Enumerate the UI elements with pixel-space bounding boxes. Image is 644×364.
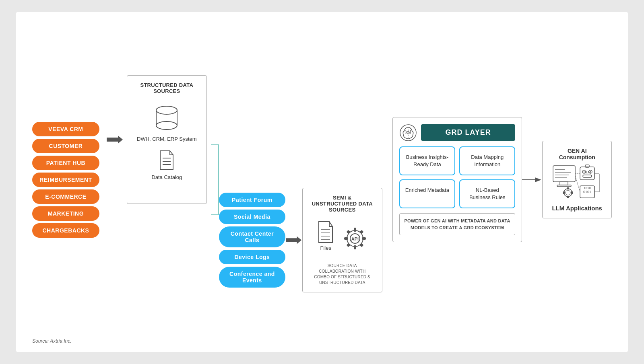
svg-rect-18 [354,228,356,232]
blue-pill-stack: Patient Forum Social Media Contact Cente… [219,193,285,288]
svg-line-6 [170,151,173,155]
svg-rect-25 [360,243,364,247]
pill-social-media: Social Media [219,210,285,224]
pill-ecommerce: E-COMMERCE [32,189,99,204]
svg-point-1 [156,106,177,114]
svg-marker-10 [286,236,301,244]
svg-rect-22 [347,230,351,234]
svg-rect-2 [156,110,177,125]
structured-datasource-box: STRUCTURED DATA SOURCES DWH, CRM, ERP Sy… [127,75,207,204]
genai-label: LLM Applications [552,205,602,212]
pill-contact-center: Contact Center Calls [219,226,285,247]
unstructured-note: SOURCE DATA COLLABORATION WITH COMBO OF … [311,263,374,286]
files-icon-group: Files [317,221,334,251]
teal-bracket [207,55,219,304]
svg-point-53 [564,189,572,197]
grd-cell-1: Data Mapping Information [459,146,515,175]
grd-footer: POWER OF GEN AI WITH METADATA AND DATA M… [399,213,516,235]
svg-rect-32 [553,166,575,182]
genai-title: GEN AI Consumption [549,148,605,160]
pill-marketing: MARKETING [32,206,99,221]
svg-rect-55 [567,187,569,189]
svg-rect-20 [344,237,348,240]
grd-header: GRD LAYER [399,124,516,142]
grd-grid: Business Insights-Ready Data Data Mappin… [399,146,516,209]
svg-point-54 [566,190,570,195]
catalog-label: Data Catalog [151,174,182,180]
svg-rect-56 [567,196,569,198]
unstructured-title: SEMI & UNSTRUCTURED DATA SOURCES [311,195,374,213]
grd-title: GRD LAYER [421,124,516,141]
grd-cell-3: NL-Based Business Rules [459,179,515,208]
bottom-area: Patient Forum Social Media Contact Cente… [219,72,285,288]
svg-marker-31 [535,177,541,182]
svg-rect-42 [583,175,592,177]
pill-chargebacks: CHARGEBACKS [32,223,99,238]
grd-box: GRD LAYER Business Insights-Ready Data D… [392,117,522,243]
structured-title: STRUCTURED DATA SOURCES [135,82,198,94]
pill-conference: Conference and Events [219,267,285,288]
svg-rect-57 [563,191,565,194]
svg-text:1010: 1010 [584,186,591,190]
svg-text:LLM: LLM [583,170,591,174]
pill-veeva: VEEVA CRM [32,122,99,136]
svg-rect-58 [571,191,573,194]
api-icon-group: API [343,226,367,251]
orange-pill-stack: VEEVA CRM CUSTOMER PATIENT HUB REIMBURSE… [32,122,99,238]
svg-rect-19 [354,245,356,249]
brain-icon [399,124,417,142]
svg-text:0101: 0101 [583,190,591,194]
files-svg [317,221,334,243]
svg-rect-23 [360,230,364,234]
files-api-icons: Files A [317,221,367,251]
cylinder-icon [155,105,179,132]
grd-cell-0: Business Insights-Ready Data [399,146,455,175]
main-layout: VEEVA CRM CUSTOMER PATIENT HUB REIMBURSE… [32,24,612,335]
footer-source: Source: Axtria Inc. [32,338,612,344]
svg-line-11 [329,222,332,226]
arrow-to-genai [522,176,542,184]
llm-illustration: LLM 0101 1010 [551,164,603,200]
pill-reimbursement: REIMBURSEMENT [32,173,99,187]
doc-icon [159,150,175,170]
unstructured-datasource-box: SEMI & UNSTRUCTURED DATA SOURCES Files [302,188,382,292]
api-gear-svg: API [343,226,367,251]
svg-marker-0 [107,136,123,144]
svg-point-5 [156,121,177,130]
genai-box: GEN AI Consumption LLM [542,141,612,218]
pill-patient-forum: Patient Forum [219,193,285,207]
files-label: Files [320,245,331,251]
arrow-to-unstructured [285,236,302,245]
svg-line-49 [575,176,580,192]
pill-patient-hub: PATIENT HUB [32,156,99,170]
system-label: DWH, CRM, ERP System [137,136,197,142]
arrow-to-structured [103,134,127,146]
slide: VEEVA CRM CUSTOMER PATIENT HUB REIMBURSE… [16,12,628,352]
svg-rect-21 [362,237,366,240]
grd-cell-2: Enriched Metadata [399,179,455,208]
pill-device-logs: Device Logs [219,250,285,264]
pill-customer: CUSTOMER [32,139,99,153]
svg-text:API: API [351,236,359,241]
svg-rect-34 [557,185,571,187]
svg-rect-33 [560,182,568,185]
svg-rect-24 [347,243,351,247]
